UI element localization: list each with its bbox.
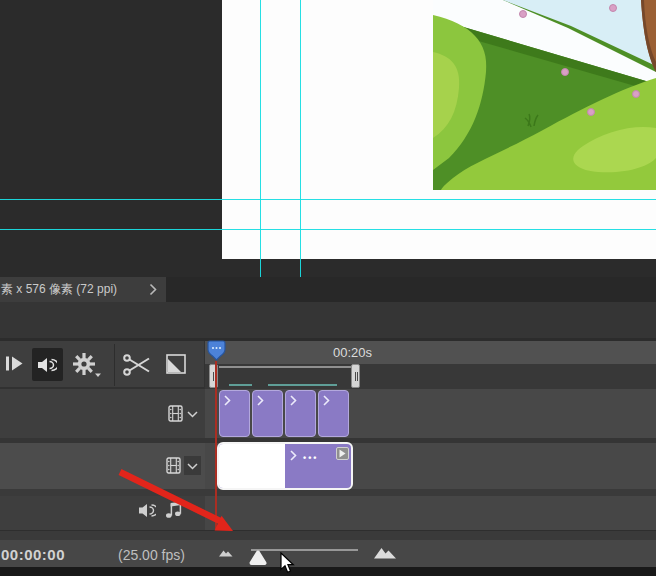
work-area-end-handle[interactable] bbox=[351, 364, 360, 388]
clip-chevron-icon bbox=[224, 395, 231, 406]
document-size-readout: 素 x 576 像素 (72 ppi) bbox=[0, 277, 166, 302]
playhead-handle[interactable] bbox=[207, 340, 226, 361]
audio-track-header bbox=[0, 496, 205, 530]
photoshop-window: 素 x 576 像素 (72 ppi) bbox=[0, 0, 656, 576]
video-clip[interactable] bbox=[318, 390, 349, 437]
document-size-text: 素 x 576 像素 (72 ppi) bbox=[1, 281, 117, 298]
zoom-in-button[interactable] bbox=[374, 546, 397, 559]
dropdown-caret-icon bbox=[95, 374, 101, 378]
music-note-icon[interactable] bbox=[165, 501, 182, 519]
play-triangle-icon bbox=[339, 449, 346, 458]
timeline-zoom-slider-track[interactable] bbox=[251, 549, 358, 551]
vertical-guide bbox=[260, 0, 261, 277]
video-track-2-header bbox=[0, 443, 205, 489]
timeline-settings-button[interactable] bbox=[72, 352, 102, 379]
clip-duration-marker bbox=[229, 384, 252, 386]
video-clip[interactable] bbox=[252, 390, 283, 437]
video-clip[interactable] bbox=[285, 390, 316, 437]
video-clip[interactable] bbox=[219, 390, 250, 437]
clip-video-badge bbox=[336, 447, 349, 460]
clip-thumbnail bbox=[219, 444, 285, 488]
chevron-down-icon[interactable] bbox=[187, 463, 198, 470]
timeline-ruler[interactable] bbox=[205, 341, 656, 364]
scissors-icon bbox=[124, 355, 149, 375]
footer-divider bbox=[0, 530, 656, 540]
zoom-out-button[interactable] bbox=[219, 549, 233, 557]
film-icon bbox=[166, 457, 181, 474]
speaker-icon[interactable] bbox=[139, 503, 156, 518]
frame-rate-label: (25.00 fps) bbox=[118, 547, 185, 563]
track-gap bbox=[0, 489, 656, 496]
clip-chevron-icon bbox=[257, 395, 264, 406]
controls-separator bbox=[114, 344, 115, 386]
transition-icon bbox=[167, 355, 185, 373]
vertical-guide bbox=[300, 0, 301, 277]
small-mountain-icon bbox=[219, 551, 233, 557]
timeline-footer bbox=[0, 540, 656, 567]
clip-duration-marker bbox=[268, 384, 337, 386]
large-mountain-icon bbox=[374, 548, 396, 559]
speaker-loud-icon bbox=[38, 357, 57, 373]
clip-more-dots: ••• bbox=[303, 453, 318, 463]
audio-track-lane bbox=[205, 496, 656, 530]
audio-mute-button[interactable] bbox=[32, 348, 63, 381]
status-chevron-icon[interactable] bbox=[149, 283, 158, 296]
split-clip-button[interactable] bbox=[123, 352, 151, 378]
transitions-button[interactable] bbox=[166, 354, 186, 374]
status-bar: 素 x 576 像素 (72 ppi) bbox=[0, 277, 656, 302]
selected-video-clip[interactable]: ••• bbox=[217, 442, 353, 490]
canvas-artwork-image bbox=[433, 0, 656, 190]
film-icon bbox=[168, 405, 183, 422]
clip-chevron-icon bbox=[290, 395, 297, 406]
clip-chevron-icon bbox=[323, 395, 330, 406]
playhead-line bbox=[215, 361, 217, 538]
ruler-time-label: 00:20s bbox=[333, 345, 372, 360]
horizontal-guide bbox=[0, 229, 656, 230]
play-button[interactable] bbox=[6, 356, 23, 371]
video-track-1-header bbox=[0, 389, 205, 438]
current-timecode: 00:00:00 bbox=[1, 546, 65, 563]
panel-divider-band bbox=[0, 302, 656, 338]
timeline-zoom-slider-thumb[interactable] bbox=[249, 550, 267, 566]
horizontal-guide bbox=[0, 199, 656, 200]
chevron-down-icon[interactable] bbox=[187, 411, 198, 418]
gear-icon bbox=[73, 353, 95, 375]
panel-bottom-edge bbox=[0, 567, 656, 576]
work-area-span bbox=[219, 366, 352, 368]
clip-chevron-icon bbox=[290, 450, 297, 461]
